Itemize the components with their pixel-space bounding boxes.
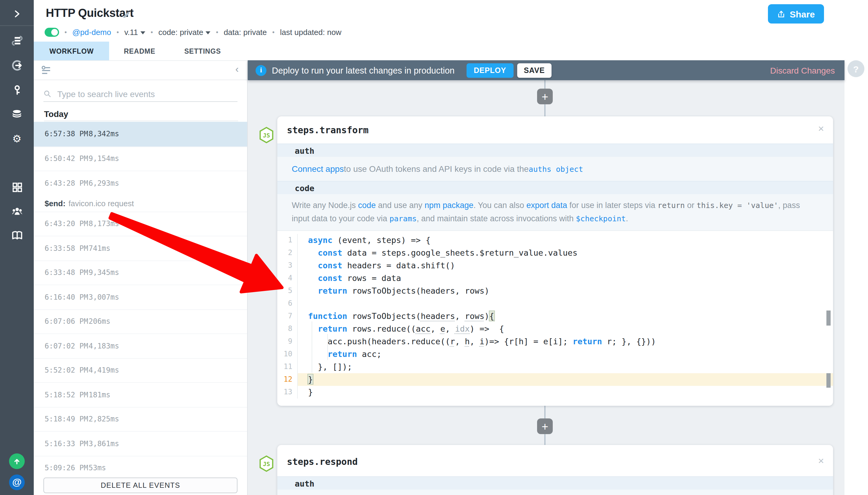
inline-link[interactable]: Connect apps: [292, 164, 344, 174]
text-segment: [308, 286, 318, 295]
sidebar-item-workflows[interactable]: [0, 30, 34, 51]
inline-link[interactable]: code: [358, 201, 376, 210]
add-step-button-middle[interactable]: +: [537, 419, 553, 434]
sidebar-item-community[interactable]: [0, 201, 34, 221]
code-line[interactable]: 5 return rowsToObjects(headers, rows): [277, 285, 833, 297]
chevron-right-icon: [12, 9, 22, 19]
event-note[interactable]: $end:favicon.ico request: [34, 195, 247, 211]
step-header[interactable]: steps.transform ×: [277, 116, 833, 143]
owner-link[interactable]: @pd-demo: [72, 28, 111, 36]
code-line[interactable]: 10 return acc;: [277, 348, 833, 361]
code-line[interactable]: 7function rowsToObjects(headers, rows){: [277, 310, 833, 323]
code-line[interactable]: 9 acc.push(headers.reduce((r, h, i)=> {r…: [277, 335, 833, 348]
line-number: 1: [277, 234, 298, 246]
user-avatar[interactable]: @: [9, 475, 25, 490]
tab-settings[interactable]: SETTINGS: [170, 41, 235, 60]
share-label: Share: [789, 9, 815, 19]
inline-link[interactable]: params: [389, 214, 417, 223]
event-row[interactable]: 6:07:06 PM206ms: [34, 309, 247, 334]
code-line[interactable]: 13}: [277, 386, 833, 398]
line-number: 12: [277, 373, 298, 386]
event-row[interactable]: 6:50:42 PM9,154ms: [34, 146, 247, 171]
text-segment: const: [318, 273, 342, 283]
sidebar-item-settings[interactable]: ⚙: [0, 129, 34, 149]
discard-changes-link[interactable]: Discard Changes: [770, 60, 835, 80]
event-row[interactable]: 5:52:02 PM4,419ms: [34, 358, 247, 382]
event-row[interactable]: 5:09:26 PM53ms: [34, 456, 247, 480]
text-segment: Write any Node.js: [292, 201, 358, 210]
share-button[interactable]: Share: [768, 4, 824, 23]
text-segment: return: [318, 324, 347, 334]
code-line[interactable]: 8 return rows.reduce((acc, e, idx) => {: [277, 323, 833, 335]
close-icon[interactable]: ×: [818, 456, 824, 466]
sidebar-item-accounts[interactable]: [0, 80, 34, 100]
add-step-button-top[interactable]: +: [537, 89, 553, 104]
workflow-active-toggle[interactable]: [45, 28, 59, 36]
delete-all-events-button[interactable]: DELETE ALL EVENTS: [44, 478, 238, 493]
step-header[interactable]: steps.respond ×: [277, 445, 833, 476]
tab-workflow[interactable]: WORKFLOW: [34, 41, 109, 60]
event-time: 6:43:20 PM: [45, 220, 89, 228]
code-line[interactable]: 3 const headers = data.shift(): [277, 259, 833, 272]
code-line[interactable]: 4 const rows = data: [277, 272, 833, 285]
auth-section-body: [277, 490, 833, 495]
sidebar-item-data[interactable]: [0, 104, 34, 124]
close-icon[interactable]: ×: [818, 124, 824, 134]
text-segment: (event, steps) => {: [332, 235, 430, 245]
event-row[interactable]: 6:33:48 PM9,345ms: [34, 260, 247, 285]
line-number: 13: [277, 386, 298, 398]
event-row[interactable]: 6:16:40 PM3,007ms: [34, 285, 247, 309]
save-button[interactable]: SAVE: [517, 63, 551, 78]
inline-link[interactable]: auths object: [528, 164, 583, 173]
app-sidebar: ⚙ @: [0, 0, 34, 495]
text-segment: return: [658, 201, 685, 210]
editor-scrollbar-thumb[interactable]: [827, 373, 831, 388]
collapse-panel-button[interactable]: ‹: [236, 63, 239, 75]
sidebar-item-sources[interactable]: [0, 55, 34, 75]
auth-section-header[interactable]: auth: [277, 143, 833, 157]
line-content: return rowsToObjects(headers, rows): [298, 285, 833, 297]
editor-scrollbar-thumb[interactable]: [827, 310, 831, 326]
event-duration: 53ms: [89, 464, 106, 472]
event-row[interactable]: 6:33:58 PM741ms: [34, 236, 247, 260]
code-editor[interactable]: 1async (event, steps) => {2 const data =…: [277, 231, 833, 402]
line-content: const headers = data.shift(): [298, 259, 833, 272]
help-button[interactable]: ?: [848, 60, 864, 77]
event-row[interactable]: 6:57:38 PM8,342ms: [34, 122, 247, 146]
code-section-header[interactable]: code: [277, 181, 833, 194]
event-row[interactable]: 5:16:33 PM3,861ms: [34, 431, 247, 456]
line-number: 6: [277, 297, 298, 310]
data-visibility: data: private: [224, 28, 267, 36]
code-visibility-dropdown[interactable]: code: private: [158, 28, 211, 36]
tab-readme[interactable]: README: [109, 41, 170, 60]
inline-link[interactable]: $checkpoint: [576, 214, 626, 223]
at-icon: @: [12, 477, 21, 488]
code-line[interactable]: 6: [277, 297, 833, 310]
event-row[interactable]: 5:18:49 PM2,825ms: [34, 407, 247, 431]
version-dropdown[interactable]: v.11: [124, 28, 145, 36]
event-row[interactable]: 6:07:02 PM4,183ms: [34, 334, 247, 358]
event-row[interactable]: 6:43:20 PM8,173ms: [34, 211, 247, 236]
event-time: 5:18:49 PM: [45, 415, 89, 424]
sidebar-expand-button[interactable]: [0, 4, 34, 24]
code-line[interactable]: 1async (event, steps) => {: [277, 234, 833, 246]
text-segment: ) => {: [470, 324, 504, 334]
code-line[interactable]: 11 }, []);: [277, 361, 833, 373]
event-row[interactable]: 5:18:52 PM181ms: [34, 382, 247, 407]
sidebar-item-docs[interactable]: [0, 225, 34, 245]
rename-button[interactable]: [122, 10, 132, 19]
event-search[interactable]: Type to search live events: [44, 86, 238, 102]
event-row[interactable]: 6:43:28 PM6,293ms: [34, 171, 247, 195]
upgrade-button[interactable]: [9, 454, 25, 469]
inline-link[interactable]: npm package: [425, 201, 473, 210]
deploy-button[interactable]: DEPLOY: [467, 63, 514, 78]
code-line[interactable]: 2 const data = steps.google_sheets.$retu…: [277, 246, 833, 259]
key-icon: [11, 84, 23, 96]
code-line[interactable]: 12}: [277, 373, 833, 386]
filter-events-button[interactable]: [40, 65, 52, 79]
auth-section-body: Connect apps to use OAuth tokens and API…: [277, 157, 833, 181]
sidebar-item-apps[interactable]: [0, 177, 34, 197]
text-segment: rowsToObjects(: [347, 311, 421, 321]
inline-link[interactable]: export data: [526, 201, 567, 210]
auth-section-header[interactable]: auth: [277, 476, 833, 490]
